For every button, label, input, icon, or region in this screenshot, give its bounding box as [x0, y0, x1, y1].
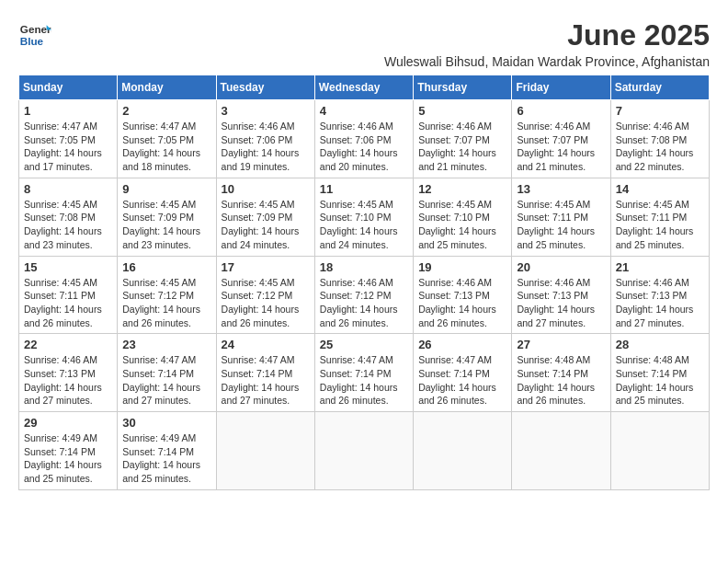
day-cell: 30 Sunrise: 4:49 AMSunset: 7:14 PMDaylig…	[118, 412, 216, 490]
day-cell: 27 Sunrise: 4:48 AMSunset: 7:14 PMDaylig…	[512, 334, 610, 412]
day-cell: 23 Sunrise: 4:47 AMSunset: 7:14 PMDaylig…	[118, 334, 216, 412]
logo: General Blue	[18, 18, 51, 52]
header: General Blue June 2025 Wuleswali Bihsud,…	[18, 18, 710, 69]
day-cell: 15 Sunrise: 4:45 AMSunset: 7:11 PMDaylig…	[19, 256, 118, 334]
table-row: 15 Sunrise: 4:45 AMSunset: 7:11 PMDaylig…	[19, 256, 710, 334]
day-cell: 2 Sunrise: 4:47 AMSunset: 7:05 PMDayligh…	[118, 100, 216, 178]
day-cell-empty	[314, 412, 413, 490]
month-title: June 2025	[384, 18, 710, 52]
day-cell: 10 Sunrise: 4:45 AMSunset: 7:09 PMDaylig…	[216, 178, 314, 256]
table-row: 29 Sunrise: 4:49 AMSunset: 7:14 PMDaylig…	[19, 412, 710, 490]
col-wednesday: Wednesday	[314, 75, 413, 100]
col-friday: Friday	[512, 75, 610, 100]
day-cell: 11 Sunrise: 4:45 AMSunset: 7:10 PMDaylig…	[314, 178, 413, 256]
day-cell: 16 Sunrise: 4:45 AMSunset: 7:12 PMDaylig…	[118, 256, 216, 334]
day-cell: 9 Sunrise: 4:45 AMSunset: 7:09 PMDayligh…	[118, 178, 216, 256]
day-cell: 8 Sunrise: 4:45 AMSunset: 7:08 PMDayligh…	[19, 178, 118, 256]
day-cell: 7 Sunrise: 4:46 AMSunset: 7:08 PMDayligh…	[610, 100, 709, 178]
svg-text:Blue: Blue	[20, 35, 44, 47]
col-tuesday: Tuesday	[216, 75, 314, 100]
title-area: June 2025 Wuleswali Bihsud, Maidan Warda…	[384, 18, 710, 69]
day-cell-empty	[610, 412, 709, 490]
day-cell: 3 Sunrise: 4:46 AMSunset: 7:06 PMDayligh…	[216, 100, 314, 178]
day-cell: 4 Sunrise: 4:46 AMSunset: 7:06 PMDayligh…	[314, 100, 413, 178]
calendar-table: Sunday Monday Tuesday Wednesday Thursday…	[18, 75, 710, 490]
day-cell: 13 Sunrise: 4:45 AMSunset: 7:11 PMDaylig…	[512, 178, 610, 256]
day-cell-empty	[414, 412, 512, 490]
day-cell: 17 Sunrise: 4:45 AMSunset: 7:12 PMDaylig…	[216, 256, 314, 334]
day-cell-empty	[216, 412, 314, 490]
day-cell: 24 Sunrise: 4:47 AMSunset: 7:14 PMDaylig…	[216, 334, 314, 412]
day-cell: 5 Sunrise: 4:46 AMSunset: 7:07 PMDayligh…	[414, 100, 512, 178]
day-cell: 22 Sunrise: 4:46 AMSunset: 7:13 PMDaylig…	[19, 334, 118, 412]
table-row: 8 Sunrise: 4:45 AMSunset: 7:08 PMDayligh…	[19, 178, 710, 256]
logo-icon: General Blue	[18, 18, 51, 52]
day-cell: 21 Sunrise: 4:46 AMSunset: 7:13 PMDaylig…	[610, 256, 709, 334]
calendar-header-row: Sunday Monday Tuesday Wednesday Thursday…	[19, 75, 710, 100]
day-cell: 6 Sunrise: 4:46 AMSunset: 7:07 PMDayligh…	[512, 100, 610, 178]
col-thursday: Thursday	[414, 75, 512, 100]
day-cell: 28 Sunrise: 4:48 AMSunset: 7:14 PMDaylig…	[610, 334, 709, 412]
day-cell: 18 Sunrise: 4:46 AMSunset: 7:12 PMDaylig…	[314, 256, 413, 334]
day-cell: 14 Sunrise: 4:45 AMSunset: 7:11 PMDaylig…	[610, 178, 709, 256]
subtitle: Wuleswali Bihsud, Maidan Wardak Province…	[384, 54, 710, 69]
table-row: 1 Sunrise: 4:47 AMSunset: 7:05 PMDayligh…	[19, 100, 710, 178]
day-cell: 26 Sunrise: 4:47 AMSunset: 7:14 PMDaylig…	[414, 334, 512, 412]
col-sunday: Sunday	[19, 75, 118, 100]
day-cell: 20 Sunrise: 4:46 AMSunset: 7:13 PMDaylig…	[512, 256, 610, 334]
day-cell-empty	[512, 412, 610, 490]
col-saturday: Saturday	[610, 75, 709, 100]
table-row: 22 Sunrise: 4:46 AMSunset: 7:13 PMDaylig…	[19, 334, 710, 412]
day-cell: 1 Sunrise: 4:47 AMSunset: 7:05 PMDayligh…	[19, 100, 118, 178]
day-cell: 19 Sunrise: 4:46 AMSunset: 7:13 PMDaylig…	[414, 256, 512, 334]
day-cell: 25 Sunrise: 4:47 AMSunset: 7:14 PMDaylig…	[314, 334, 413, 412]
day-cell: 12 Sunrise: 4:45 AMSunset: 7:10 PMDaylig…	[414, 178, 512, 256]
col-monday: Monday	[118, 75, 216, 100]
day-cell: 29 Sunrise: 4:49 AMSunset: 7:14 PMDaylig…	[19, 412, 118, 490]
